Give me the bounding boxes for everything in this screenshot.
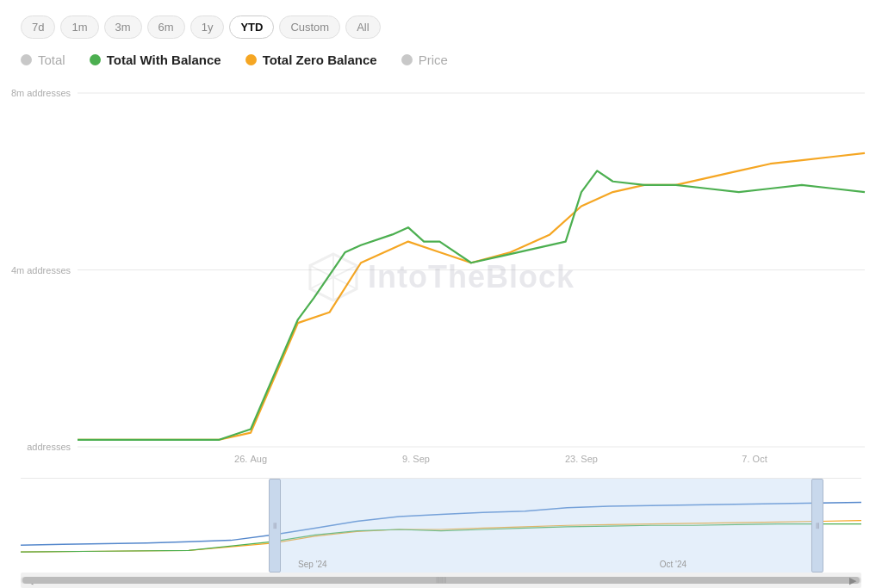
legend-label: Total Zero Balance [263, 53, 377, 67]
mini-handle-right[interactable]: ⦀ [811, 479, 823, 573]
legend-dot [401, 54, 413, 65]
mini-date-sep: Sep '24 [298, 560, 327, 569]
time-btn-1m[interactable]: 1m [60, 15, 98, 39]
legend-dot [21, 54, 32, 65]
mini-chart-area: ⦀ ⦀ Sep '24 Oct '24 [21, 478, 861, 573]
time-btn-all[interactable]: All [345, 15, 380, 39]
time-btn-1y[interactable]: 1y [190, 15, 225, 39]
time-btn-6m[interactable]: 6m [147, 15, 185, 39]
time-btn-7d[interactable]: 7d [21, 15, 55, 39]
legend-item-price: Price [401, 53, 448, 67]
legend-label: Total With Balance [107, 53, 221, 67]
time-btn-custom[interactable]: Custom [279, 15, 340, 39]
scroll-track[interactable]: ⦀⦀⦀ [21, 577, 861, 584]
legend-label: Price [419, 53, 448, 67]
time-btn-3m[interactable]: 3m [104, 15, 142, 39]
scroll-thumb[interactable]: ⦀⦀⦀ [22, 577, 860, 584]
main-chart-area: IntoTheBlock [0, 76, 882, 478]
time-btn-ytd[interactable]: YTD [229, 15, 274, 39]
mini-selection[interactable]: ⦀ ⦀ [273, 479, 819, 573]
scroll-thumb-handle: ⦀⦀⦀ [436, 575, 446, 585]
legend-item-total: Total [21, 53, 65, 67]
time-filter-bar: 7d1m3m6m1yYTDCustomAll [0, 0, 882, 47]
scroll-right-arrow[interactable]: ▶ [844, 573, 861, 588]
mini-handle-left[interactable]: ⦀ [269, 479, 281, 573]
legend-label: Total [38, 53, 65, 67]
legend-dot [245, 54, 257, 65]
mini-date-oct: Oct '24 [660, 560, 686, 569]
legend-dot [90, 54, 101, 65]
chart-legend: TotalTotal With BalanceTotal Zero Balanc… [0, 47, 882, 76]
main-chart-canvas [0, 76, 882, 478]
scroll-bar[interactable]: ◀ ⦀⦀⦀ ▶ [21, 573, 861, 588]
legend-item-total-zero-balance: Total Zero Balance [245, 53, 377, 67]
legend-item-total-with-balance: Total With Balance [90, 53, 221, 67]
